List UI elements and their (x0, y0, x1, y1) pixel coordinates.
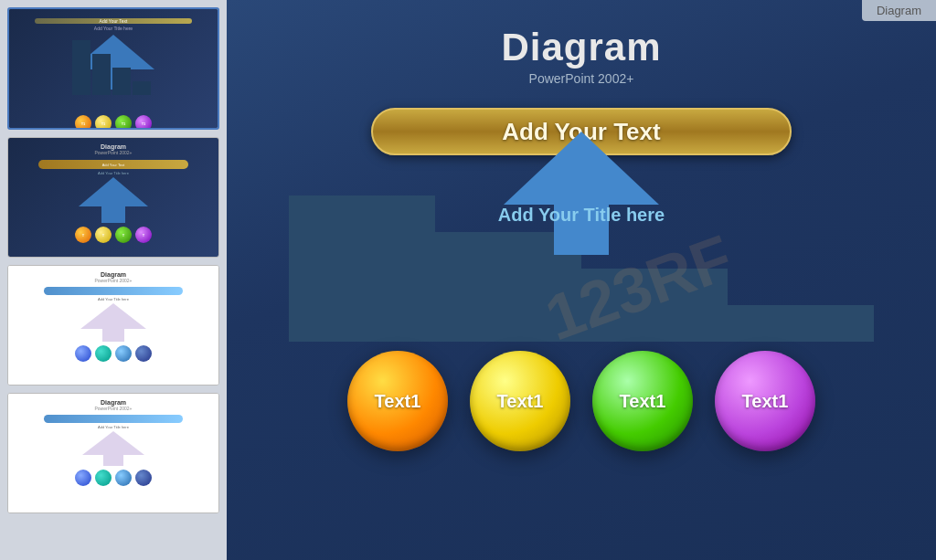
thumb4-sub: PowerPoint 2002+ (94, 406, 132, 411)
ball-green-label: Text1 (620, 391, 666, 412)
thumb4-ball-dkbl (135, 470, 152, 486)
thumb1-ball-yellow: T1 (95, 115, 112, 128)
thumb2-title: Diagram (101, 143, 126, 150)
thumb4-title: Diagram (101, 399, 126, 406)
stair-step-1 (289, 195, 435, 342)
thumb2-ball-purple: T (135, 227, 152, 243)
main-panel: Diagram Diagram PowerPoint 2002+ Add You… (227, 0, 936, 560)
diagram-area: Add Your Title here (289, 195, 874, 342)
ball-orange: Text1 (347, 351, 448, 451)
thumb2-sub: PowerPoint 2002+ (94, 150, 132, 155)
thumb3-ball-lb (115, 345, 132, 362)
sidebar-thumb-4[interactable]: Diagram PowerPoint 2002+ Add Your Title … (7, 393, 219, 513)
sidebar-thumb-1[interactable]: Add Your Text Add Your Title here T1 T1 (7, 7, 219, 130)
stair-step-3 (581, 269, 728, 342)
thumb3-bar (44, 287, 184, 295)
main-title: Diagram (501, 26, 661, 69)
thumb2-ball-yellow: T (95, 227, 112, 243)
thumb4-ball-lb (115, 470, 132, 486)
thumb2-ball-orange: T (75, 227, 91, 243)
thumb3-ball-dkbl (135, 345, 152, 362)
thumb3-ball-teal (95, 345, 112, 362)
sidebar-thumb-2[interactable]: Diagram PowerPoint 2002+ Add Your Text A… (7, 137, 219, 258)
thumb3-sub: PowerPoint 2002+ (94, 278, 132, 283)
main-title-area: Diagram PowerPoint 2002+ (501, 0, 661, 86)
thumb3-ball-blue (75, 345, 91, 362)
ball-yellow-label: Text1 (497, 391, 544, 412)
ball-purple-label: Text1 (742, 391, 789, 412)
sidebar-thumb-3[interactable]: Diagram PowerPoint 2002+ Add Your Title … (7, 265, 219, 386)
stair-step-4 (728, 305, 874, 342)
ball-green: Text1 (592, 351, 693, 451)
ball-purple: Text1 (715, 351, 815, 451)
ball-orange-label: Text1 (375, 391, 421, 412)
thumb1-ball-orange: T1 (75, 115, 91, 128)
thumb1-ball-green: T1 (115, 115, 132, 128)
balls-row: Text1 Text1 Text1 Text1 (347, 351, 815, 451)
ball-yellow: Text1 (470, 351, 570, 451)
thumb1-ball-purple: T1 (135, 115, 152, 128)
thumb4-ball-blue (75, 470, 91, 486)
diagram-title: Add Your Title here (498, 205, 665, 226)
thumb2-ball-green: T (115, 227, 132, 243)
main-subtitle: PowerPoint 2002+ (501, 71, 661, 86)
top-tab: Diagram (862, 0, 936, 21)
big-arrow (504, 132, 659, 255)
thumb3-title: Diagram (101, 271, 126, 278)
thumb1-bar: Add Your Text (35, 18, 193, 24)
sidebar: Add Your Text Add Your Title here T1 T1 (0, 0, 227, 560)
thumb4-ball-teal (95, 470, 112, 486)
arrow-head (504, 132, 659, 205)
